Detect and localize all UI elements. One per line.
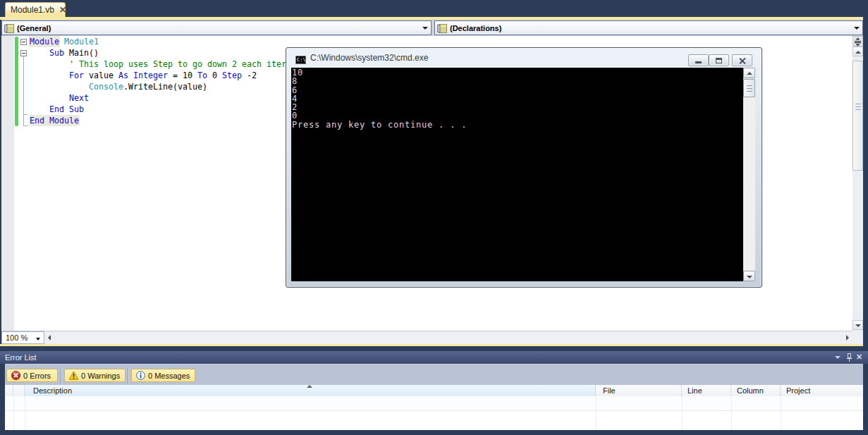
code-line: Next — [30, 92, 316, 104]
code-token: Next — [69, 93, 89, 103]
cmd-window[interactable]: C:\ C:\Windows\system32\cmd.exe 10 8 6 4… — [286, 47, 762, 288]
tab-label: Module1.vb — [6, 5, 54, 15]
editor-vertical-scrollbar[interactable] — [852, 36, 863, 331]
error-list-toolbar: 0 Errors 0 Warnings 0 Messages — [5, 364, 863, 385]
console-scrollbar[interactable] — [743, 68, 755, 281]
vb-module-icon — [4, 23, 15, 33]
grid-line — [13, 396, 14, 430]
document-bottom-border — [0, 344, 863, 346]
arrow-up-icon — [747, 72, 752, 75]
code-line: ' This loop uses Step to go down 2 each … — [30, 59, 316, 70]
scroll-down-button[interactable] — [743, 271, 755, 281]
chevron-down-icon — [422, 27, 428, 30]
empty-row — [5, 396, 863, 411]
tab-module1-vb[interactable]: Module1.vb ✕ — [5, 2, 66, 17]
header-description[interactable]: Description — [25, 385, 596, 396]
close-icon[interactable]: ✕ — [855, 353, 863, 362]
maximize-icon — [716, 58, 722, 63]
code-text[interactable]: Module Module1 Sub Main() ' This loop us… — [30, 36, 316, 126]
close-icon — [733, 55, 752, 66]
splitter-handle[interactable] — [852, 36, 863, 47]
document-tab-strip: Module1.vb ✕ — [0, 0, 868, 17]
code-token: To — [197, 71, 207, 80]
code-token: 0 — [207, 71, 222, 80]
header-project[interactable]: Project — [781, 385, 863, 396]
code-token: Module — [30, 37, 59, 47]
code-token: .WriteLine(value) — [123, 82, 207, 92]
scroll-down-button[interactable] — [852, 320, 863, 330]
warnings-filter-button[interactable]: 0 Warnings — [64, 369, 126, 382]
header-label: File — [603, 386, 616, 395]
code-token — [30, 71, 69, 80]
scrollbar-thumb[interactable] — [743, 79, 755, 97]
code-token: As — [118, 71, 128, 80]
code-token: -2 — [242, 71, 257, 80]
header-file[interactable]: File — [596, 385, 682, 396]
code-token: Sub — [49, 48, 64, 58]
outline-collapse-icon[interactable] — [20, 39, 27, 45]
messages-filter-button[interactable]: 0 Messages — [131, 369, 195, 382]
scroll-up-button[interactable] — [743, 68, 755, 78]
grid-body[interactable] — [5, 396, 863, 430]
grid-line — [682, 396, 683, 430]
code-line: Console.WriteLine(value) — [30, 81, 316, 92]
panel-title: Error List — [0, 353, 37, 362]
arrow-down-icon — [747, 276, 752, 278]
outline-end-tick — [23, 114, 27, 115]
header-label: Line — [687, 386, 702, 395]
code-token: value — [84, 71, 118, 80]
code-token — [30, 59, 69, 69]
maximize-button[interactable] — [709, 54, 729, 66]
error-list-titlebar[interactable]: Error List ✕ — [0, 351, 868, 364]
thumb-grip — [747, 85, 752, 92]
code-token: End Sub — [49, 104, 84, 114]
header-label: Description — [33, 386, 72, 395]
header-label: Project — [786, 386, 810, 395]
code-token: Module1 — [64, 37, 99, 47]
grid-header: Description File Line Column Project — [5, 385, 863, 396]
member-combobox[interactable]: (Declarations) — [434, 20, 863, 35]
scope-combobox-value: (General) — [17, 24, 51, 32]
cmd-titlebar[interactable]: C:\ C:\Windows\system32\cmd.exe — [286, 48, 762, 68]
zoom-value: 100 % — [2, 333, 27, 342]
toolbar-separator — [61, 367, 62, 384]
errors-filter-button[interactable]: 0 Errors — [6, 369, 58, 382]
error-icon — [11, 371, 20, 380]
toolbar-separator — [128, 367, 129, 384]
code-line: For value As Integer = 10 To 0 Step -2 — [30, 70, 316, 81]
window-menu-icon[interactable] — [835, 356, 841, 359]
scroll-right-button[interactable] — [846, 335, 849, 341]
console-output[interactable]: 10 8 6 4 2 0 Press any key to continue .… — [291, 68, 743, 281]
message-icon — [136, 371, 145, 380]
grid-line — [781, 396, 781, 430]
grid-line — [596, 396, 597, 430]
breakpoint-margin[interactable] — [1, 36, 14, 331]
code-token: ' This loop uses Step to go down 2 each … — [69, 59, 316, 69]
code-token — [30, 48, 49, 58]
code-token: End Module — [30, 116, 79, 125]
filter-label: 0 Warnings — [81, 372, 120, 380]
minimize-button[interactable] — [688, 54, 709, 66]
chevron-down-icon — [854, 27, 860, 30]
outline-collapse-icon[interactable] — [20, 50, 27, 56]
grid-line — [731, 396, 732, 430]
code-token: Console — [89, 82, 123, 92]
close-button[interactable] — [732, 54, 752, 66]
code-token: = 10 — [168, 71, 197, 80]
tab-close-icon[interactable]: ✕ — [59, 6, 66, 13]
scroll-left-button[interactable] — [48, 335, 51, 341]
cmd-title: C:\Windows\system32\cmd.exe — [310, 53, 428, 63]
scope-combobox[interactable]: (General) — [1, 20, 432, 35]
editor-navigation-bar: (General) (Declarations) — [1, 20, 863, 36]
header-icon-column[interactable] — [5, 385, 13, 396]
header-line[interactable]: Line — [682, 385, 731, 396]
filter-label: 0 Messages — [148, 372, 190, 380]
vs-ide-window: Module1.vb ✕ (General) — [0, 0, 868, 435]
scroll-up-button[interactable] — [852, 47, 863, 56]
scrollbar-thumb[interactable] — [852, 61, 863, 171]
header-column[interactable]: Column — [731, 385, 781, 396]
header-default-column[interactable] — [13, 385, 25, 396]
minimize-icon — [695, 61, 702, 63]
zoom-selector[interactable]: 100 % — [1, 331, 44, 344]
pin-icon[interactable] — [846, 353, 852, 362]
